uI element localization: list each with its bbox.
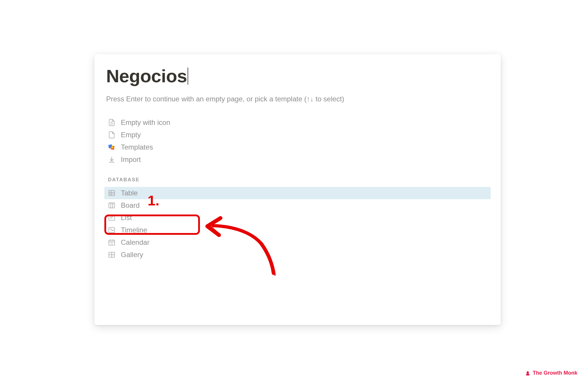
option-table[interactable]: Table — [104, 187, 491, 199]
option-label: Table — [121, 189, 138, 197]
option-timeline[interactable]: Timeline — [106, 224, 489, 236]
svg-point-33 — [526, 374, 530, 376]
option-list[interactable]: List — [106, 212, 489, 224]
option-label: Empty with icon — [121, 118, 170, 127]
option-gallery[interactable]: Gallery — [106, 249, 489, 261]
option-import[interactable]: Import — [106, 153, 489, 166]
svg-text:31: 31 — [110, 242, 113, 245]
timeline-icon — [108, 226, 116, 234]
footer-brand: The Growth Monk — [525, 370, 577, 376]
text-cursor — [188, 68, 188, 85]
board-icon — [108, 202, 116, 209]
option-label: List — [121, 214, 132, 222]
table-icon — [108, 189, 116, 197]
page-title-text: Negocios — [106, 66, 187, 86]
page-icon — [108, 131, 116, 139]
template-options-list: Empty with icon Empty Templates — [106, 116, 489, 261]
database-section-header: DATABASE — [106, 177, 489, 183]
import-icon — [108, 156, 116, 163]
svg-rect-18 — [109, 215, 115, 220]
page-title[interactable]: Negocios — [106, 66, 188, 86]
brand-text: The Growth Monk — [533, 370, 577, 376]
list-icon — [108, 214, 116, 222]
option-empty-with-icon[interactable]: Empty with icon — [106, 116, 489, 129]
option-board[interactable]: Board — [106, 199, 489, 212]
page-with-icon-icon — [108, 119, 116, 126]
option-label: Board — [121, 201, 140, 210]
option-label: Calendar — [121, 238, 149, 247]
subtitle-text: Press Enter to continue with an empty pa… — [106, 95, 489, 103]
gallery-icon — [108, 251, 116, 259]
option-label: Empty — [121, 131, 141, 139]
svg-rect-8 — [109, 191, 115, 196]
new-page-panel: Negocios Press Enter to continue with an… — [94, 54, 501, 325]
calendar-icon: 31 — [108, 239, 116, 246]
svg-rect-21 — [109, 228, 115, 233]
option-empty[interactable]: Empty — [106, 129, 489, 141]
option-label: Gallery — [121, 251, 143, 259]
option-label: Templates — [121, 143, 153, 151]
option-label: Timeline — [121, 226, 147, 234]
option-templates[interactable]: Templates — [106, 141, 489, 153]
templates-icon — [108, 143, 116, 151]
option-calendar[interactable]: 31 Calendar — [106, 236, 489, 249]
brand-icon — [525, 371, 530, 376]
option-label: Import — [121, 155, 141, 164]
